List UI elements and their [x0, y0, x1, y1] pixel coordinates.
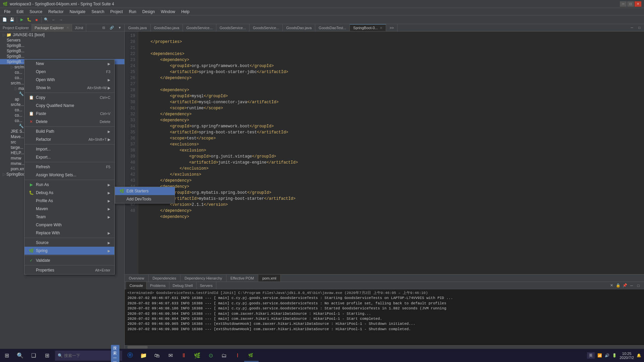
toolbar-debug[interactable]: 🐛 [26, 16, 33, 23]
taskbar-notification[interactable]: 🔔 [637, 353, 641, 358]
search-button[interactable]: 🔍 [13, 349, 27, 362]
code-editor[interactable]: 19 20 21 22 23 24 25 26 27 28 29 30 31 3… [125, 32, 644, 274]
tree-item-springb3[interactable]: SpringB... [0, 54, 124, 59]
tree-item-springb1[interactable]: SpringB... [0, 43, 124, 48]
editor-tab-goodsdao-java[interactable]: GoodsDao.java [151, 24, 183, 31]
taskbar-ime[interactable]: 英 [587, 352, 595, 359]
app-green-button[interactable]: 🌿 [191, 349, 204, 362]
ctx-refresh[interactable]: Refresh F5 [24, 163, 114, 171]
console-maximize-button[interactable]: □ [635, 283, 641, 289]
menu-source[interactable]: Source [27, 8, 45, 15]
ctx-new[interactable]: New ▶ [24, 60, 114, 68]
tree-item-servers[interactable]: Servers [0, 38, 124, 43]
task-view-button[interactable]: ❑ [27, 349, 40, 362]
toolbar-stop[interactable]: ■ [33, 16, 40, 23]
editor-tab-goodsservice2[interactable]: GoodsService... [216, 24, 250, 31]
ctx-profile-as[interactable]: Profile As ▶ [24, 197, 114, 205]
start-button[interactable]: ⊞ [0, 349, 13, 362]
editor-tab-goods-java[interactable]: Goods.java [125, 24, 151, 31]
editor-tab-more[interactable]: >> [386, 24, 397, 31]
tree-item-springb2[interactable]: SpringB... [0, 48, 124, 54]
ctx-paste[interactable]: 📋Paste Ctrl+V [24, 110, 114, 118]
ctx-show-in[interactable]: Show In Alt+Shift+W ▶ [24, 84, 114, 92]
ctx-validate[interactable]: ✓Validate [24, 256, 114, 264]
app-red-button[interactable]: Ⅱ [177, 349, 191, 362]
view-menu-button[interactable]: ▼ [116, 24, 123, 31]
minimize-editor-button[interactable]: ─ [629, 24, 635, 31]
horizontal-scrollbar[interactable] [125, 345, 644, 349]
pom-tab-effective-pom[interactable]: Effective POM [226, 275, 258, 282]
browser-button[interactable]: ⊙ [204, 349, 217, 362]
ctx-spring[interactable]: 🌿Spring ▶ [24, 247, 114, 255]
ctx-export[interactable]: Export... [24, 153, 114, 161]
menu-project[interactable]: Project [108, 8, 125, 15]
tree-item-javase01[interactable]: ▷ 📁 JAVASE-01 [boot] [0, 32, 124, 38]
ctx-build-path[interactable]: Build Path ▶ [24, 127, 114, 135]
console-clear-button[interactable]: ✕ [608, 283, 614, 289]
spring-submenu-edit-starters[interactable]: 🌿 Edit Starters [115, 187, 175, 195]
widgets-button[interactable]: ⊞ [40, 349, 54, 362]
ctx-replace-with[interactable]: Replace With ▶ [24, 229, 114, 237]
search-button-label[interactable]: 搜索一下 [111, 345, 119, 362]
link-with-editor-button[interactable]: 🔗 [108, 24, 115, 31]
menu-run[interactable]: Run [126, 8, 139, 15]
ctx-team[interactable]: Team ▶ [24, 213, 114, 221]
editor-tab-goodsservice1[interactable]: GoodsService... [183, 24, 216, 31]
pom-tab-pomxml[interactable]: pom.xml [258, 275, 281, 282]
editor-tab-springboot[interactable]: SpringBoot-0...✕ [350, 24, 386, 31]
editor-tab-goodsdaotest[interactable]: GoodsDaoTest... [315, 24, 350, 31]
menu-edit[interactable]: Edit [14, 8, 26, 15]
pom-tab-overview[interactable]: Overview [125, 275, 149, 282]
editor-tab-goodsdao2[interactable]: GoodsDao.java [283, 24, 315, 31]
ctx-import[interactable]: Import... [24, 145, 114, 153]
scrollbar-thumb[interactable] [127, 346, 148, 349]
ctx-refactor[interactable]: Refactor Alt+Shift+T ▶ [24, 135, 114, 143]
pom-tab-dependencies[interactable]: Dependencies [149, 275, 180, 282]
bottom-tab-servers[interactable]: Servers [197, 282, 216, 289]
ctx-maven[interactable]: Maven ▶ [24, 205, 114, 213]
menu-navigate[interactable]: Navigate [67, 8, 88, 15]
file-explorer-button[interactable]: 📁 [137, 349, 150, 362]
menu-refactor[interactable]: Refactor [46, 8, 66, 15]
editor-tab-goodsservice3[interactable]: GoodsService... [250, 24, 283, 31]
sts-taskbar-app[interactable]: 🌿 [244, 350, 259, 362]
ctx-assign-working-sets[interactable]: Assign Working Sets... [24, 171, 114, 179]
edge-button[interactable]: ⓔ [123, 349, 137, 362]
toolbar-save[interactable]: 💾 [9, 16, 15, 23]
taskbar-search-box[interactable]: 🔍 搜索一下 [55, 351, 122, 361]
bottom-tab-problems[interactable]: Problems [147, 282, 169, 289]
toolbar-search[interactable]: 🔍 [43, 16, 50, 23]
minimize-button[interactable]: ─ [620, 1, 627, 7]
ctx-open[interactable]: Open F3 [24, 68, 114, 76]
bottom-tab-debug-shell[interactable]: Debug Shell [169, 282, 197, 289]
ctx-properties[interactable]: Properties Alt+Enter [24, 266, 114, 274]
ctx-delete[interactable]: ✕Delete Delete [24, 118, 114, 126]
menu-search[interactable]: Search [89, 8, 107, 15]
pom-tab-dependency-hierarchy[interactable]: Dependency Hierarchy [180, 275, 226, 282]
menu-window[interactable]: Window [158, 8, 178, 15]
ctx-source[interactable]: Source ▶ [24, 239, 114, 247]
toolbar-back[interactable]: ← [50, 16, 57, 23]
mail-button[interactable]: ✉ [164, 349, 177, 362]
ctx-run-as[interactable]: ▶Run As ▶ [24, 181, 114, 189]
menu-help[interactable]: Help [178, 8, 192, 15]
maximize-editor-button[interactable]: □ [636, 24, 643, 31]
menu-design[interactable]: Design [140, 8, 157, 15]
spring-submenu-add-devtools[interactable]: Add DevTools [115, 195, 175, 203]
toolbar-new[interactable]: 📄 [1, 16, 8, 23]
tab-close-icon[interactable]: ✕ [380, 26, 382, 30]
bottom-tab-console[interactable]: Console [126, 282, 147, 289]
ctx-open-with[interactable]: Open With ▶ [24, 76, 114, 84]
titlebar-controls[interactable]: ─ □ ✕ [620, 1, 641, 7]
ctx-debug-as[interactable]: 🐛Debug As ▶ [24, 189, 114, 197]
tab-package-explorer[interactable]: Package Explorer ✕ [32, 24, 72, 31]
maximize-button[interactable]: □ [627, 1, 634, 7]
taskbar-clock[interactable]: 10:25 2020/7/2 [620, 352, 634, 360]
store-button[interactable]: 🛍 [150, 349, 164, 362]
tab-project-explorer[interactable]: Project Explorer [0, 24, 32, 31]
console-scroll-lock-button[interactable]: 🔒 [615, 283, 621, 289]
toolbar-run[interactable]: ▶ [18, 16, 25, 23]
collapse-all-button[interactable]: ⊟ [100, 24, 107, 31]
pdf-button[interactable]: Ⅰ [231, 349, 244, 362]
tab-junit[interactable]: JUnit [72, 24, 86, 31]
